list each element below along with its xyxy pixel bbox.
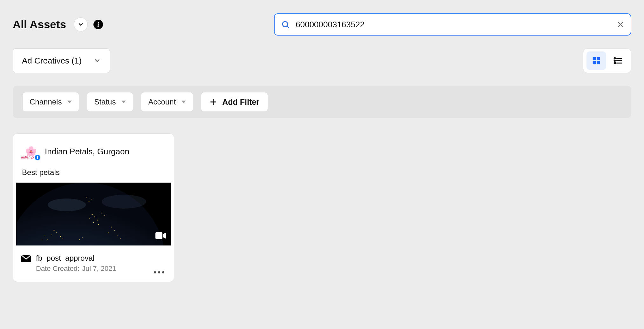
card-footer-text: fb_post_approval Date Created: Jul 7, 20…	[36, 254, 116, 273]
list-icon	[613, 56, 623, 65]
filter-chip-account[interactable]: Account	[141, 92, 193, 112]
asset-name: fb_post_approval	[36, 254, 116, 263]
brand-logo: 🌸 indian petals f	[21, 142, 40, 161]
svg-rect-49	[155, 232, 162, 239]
title-group: All Assets i	[13, 17, 103, 31]
svg-point-42	[108, 232, 109, 232]
date-value: Jul 7, 2021	[82, 265, 116, 273]
svg-point-31	[89, 218, 90, 219]
svg-point-36	[104, 215, 105, 216]
svg-marker-15	[121, 101, 126, 103]
triangle-down-icon	[182, 100, 186, 104]
svg-point-10	[614, 60, 615, 61]
svg-point-32	[97, 220, 98, 221]
svg-point-38	[91, 199, 92, 199]
card-footer: fb_post_approval Date Created: Jul 7, 20…	[13, 245, 174, 282]
svg-point-35	[101, 213, 102, 213]
asset-grid: 🌸 indian petals f Indian Petals, Gurgaon…	[0, 118, 644, 297]
svg-point-39	[86, 198, 87, 198]
list-view-button[interactable]	[608, 51, 628, 70]
chevron-down-icon	[94, 57, 101, 64]
svg-point-41	[114, 230, 115, 231]
svg-point-28	[42, 239, 42, 240]
clear-search-button[interactable]	[617, 21, 624, 28]
svg-point-27	[44, 236, 45, 236]
search-wrap	[274, 13, 631, 36]
svg-point-44	[120, 238, 121, 239]
filter-chip-channels[interactable]: Channels	[22, 92, 79, 112]
date-line: Date Created: Jul 7, 2021	[36, 265, 116, 273]
card-caption: Best petals	[13, 161, 174, 183]
svg-point-12	[614, 63, 615, 64]
asset-card[interactable]: 🌸 indian petals f Indian Petals, Gurgaon…	[13, 133, 174, 282]
close-icon	[617, 21, 624, 28]
svg-rect-4	[593, 57, 596, 60]
svg-point-25	[63, 238, 63, 239]
svg-point-46	[82, 237, 83, 238]
dot-icon	[158, 271, 160, 273]
grid-view-button[interactable]	[586, 51, 606, 70]
svg-marker-50	[163, 232, 166, 239]
asset-type-label: Ad Creatives (1)	[22, 56, 82, 66]
svg-point-8	[614, 58, 615, 59]
svg-point-30	[94, 217, 95, 218]
svg-point-24	[60, 236, 61, 237]
svg-rect-6	[593, 61, 596, 64]
svg-marker-14	[67, 101, 72, 103]
asset-type-dropdown[interactable]: Ad Creatives (1)	[13, 48, 110, 73]
controls-row: Ad Creatives (1)	[0, 36, 644, 73]
card-header: 🌸 indian petals f Indian Petals, Gurgaon	[13, 134, 174, 161]
dot-icon	[162, 271, 164, 273]
svg-point-33	[93, 222, 94, 223]
title-dropdown-button[interactable]	[74, 17, 88, 31]
filter-chip-label: Channels	[30, 97, 62, 106]
filter-bar: Channels Status Account Add Filter	[13, 86, 631, 118]
page-title: All Assets	[13, 18, 66, 31]
svg-point-37	[89, 201, 90, 202]
svg-point-43	[117, 236, 118, 237]
plus-icon	[209, 98, 217, 106]
earth-night-thumbnail	[16, 183, 171, 245]
more-options-button[interactable]	[154, 271, 164, 273]
mail-icon	[21, 255, 31, 263]
svg-rect-5	[597, 57, 600, 60]
svg-point-34	[98, 224, 99, 225]
dot-icon	[154, 271, 156, 273]
video-icon	[155, 232, 166, 241]
search-icon	[281, 20, 290, 29]
chevron-down-icon	[78, 21, 84, 28]
svg-point-45	[79, 239, 80, 240]
triangle-down-icon	[67, 100, 72, 104]
svg-point-23	[51, 234, 52, 234]
svg-point-40	[111, 227, 112, 228]
svg-point-26	[47, 239, 48, 240]
view-toggle	[583, 48, 631, 73]
facebook-badge-icon: f	[34, 154, 41, 161]
add-filter-label: Add Filter	[222, 97, 259, 107]
date-label: Date Created:	[36, 265, 79, 273]
svg-point-21	[53, 230, 54, 231]
info-button[interactable]: i	[93, 20, 103, 29]
brand-name: Indian Petals, Gurgaon	[45, 147, 129, 157]
svg-point-48	[102, 195, 146, 209]
card-media	[16, 183, 171, 245]
svg-line-1	[287, 26, 289, 28]
add-filter-button[interactable]: Add Filter	[201, 92, 268, 112]
header-row: All Assets i	[0, 0, 644, 36]
search-box	[274, 13, 631, 36]
grid-icon	[592, 56, 601, 65]
filter-chip-label: Status	[94, 97, 116, 106]
triangle-down-icon	[121, 100, 126, 104]
svg-point-29	[92, 214, 93, 215]
svg-marker-16	[182, 101, 186, 103]
filter-chip-label: Account	[148, 97, 176, 106]
info-icon: i	[97, 21, 99, 28]
filter-chip-status[interactable]: Status	[87, 92, 133, 112]
svg-rect-7	[597, 61, 600, 64]
svg-point-22	[56, 232, 57, 233]
search-input[interactable]	[296, 20, 611, 30]
svg-point-47	[48, 198, 86, 211]
